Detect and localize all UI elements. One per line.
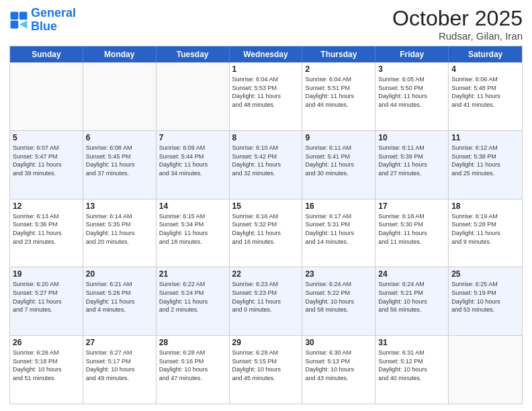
cell-info-text: Sunrise: 6:13 AM Sunset: 5:36 PM Dayligh… [13,212,80,246]
calendar-cell-4-4: 30Sunrise: 6:30 AM Sunset: 5:13 PM Dayli… [302,336,375,404]
cell-info-text: Sunrise: 6:18 AM Sunset: 5:30 PM Dayligh… [378,212,445,246]
calendar-body: 1Sunrise: 6:04 AM Sunset: 5:53 PM Daylig… [10,62,522,404]
cell-info-text: Sunrise: 6:06 AM Sunset: 5:48 PM Dayligh… [451,75,519,109]
cell-day-number: 6 [86,133,153,142]
calendar-cell-1-5: 10Sunrise: 6:11 AM Sunset: 5:39 PM Dayli… [375,131,449,199]
calendar-cell-0-4: 2Sunrise: 6:04 AM Sunset: 5:51 PM Daylig… [302,62,375,130]
header-friday: Friday [375,46,449,62]
cell-info-text: Sunrise: 6:21 AM Sunset: 5:26 PM Dayligh… [86,280,153,314]
logo-text: General Blue [31,7,76,34]
cell-info-text: Sunrise: 6:09 AM Sunset: 5:44 PM Dayligh… [159,144,226,177]
header-wednesday: Wednesday [230,46,303,62]
cell-day-number: 5 [13,133,80,142]
svg-marker-3 [19,21,28,29]
cell-day-number: 24 [378,269,445,279]
cell-day-number: 29 [232,338,300,347]
calendar-cell-3-2: 21Sunrise: 6:22 AM Sunset: 5:24 PM Dayli… [157,267,230,335]
calendar: Sunday Monday Tuesday Wednesday Thursday… [9,46,523,404]
calendar-cell-2-1: 13Sunrise: 6:14 AM Sunset: 5:35 PM Dayli… [83,199,157,267]
header: General Blue October 2025 Rudsar, Gilan,… [9,7,523,42]
cell-info-text: Sunrise: 6:04 AM Sunset: 5:53 PM Dayligh… [232,75,300,109]
cell-info-text: Sunrise: 6:24 AM Sunset: 5:22 PM Dayligh… [305,280,372,314]
svg-rect-1 [19,11,28,19]
calendar-cell-4-0: 26Sunrise: 6:26 AM Sunset: 5:18 PM Dayli… [10,336,83,404]
cell-day-number: 9 [305,133,372,142]
logo-line2: Blue [31,19,57,33]
calendar-cell-2-2: 14Sunrise: 6:15 AM Sunset: 5:34 PM Dayli… [157,199,230,267]
cell-info-text: Sunrise: 6:08 AM Sunset: 5:45 PM Dayligh… [86,144,153,177]
cell-day-number: 22 [232,269,300,279]
calendar-cell-4-6 [449,336,522,404]
logo: General Blue [9,7,76,34]
svg-rect-0 [11,11,19,19]
calendar-cell-2-5: 17Sunrise: 6:18 AM Sunset: 5:30 PM Dayli… [375,199,449,267]
cell-day-number: 31 [378,338,445,347]
cell-day-number: 3 [378,64,445,74]
header-saturday: Saturday [449,46,522,62]
cell-day-number: 17 [378,201,445,211]
calendar-cell-1-3: 8Sunrise: 6:10 AM Sunset: 5:42 PM Daylig… [230,131,303,199]
cell-day-number: 15 [232,201,300,211]
cell-info-text: Sunrise: 6:11 AM Sunset: 5:41 PM Dayligh… [305,144,372,177]
logo-line1: General [31,6,76,19]
calendar-cell-2-6: 18Sunrise: 6:19 AM Sunset: 5:28 PM Dayli… [449,199,522,267]
cell-info-text: Sunrise: 6:17 AM Sunset: 5:31 PM Dayligh… [305,212,372,246]
calendar-cell-3-5: 24Sunrise: 6:24 AM Sunset: 5:21 PM Dayli… [375,267,449,335]
cell-info-text: Sunrise: 6:20 AM Sunset: 5:27 PM Dayligh… [13,280,80,314]
calendar-cell-2-4: 16Sunrise: 6:17 AM Sunset: 5:31 PM Dayli… [302,199,375,267]
cell-day-number: 14 [159,201,226,211]
cell-day-number: 11 [451,133,519,142]
cell-info-text: Sunrise: 6:27 AM Sunset: 5:17 PM Dayligh… [86,349,153,382]
calendar-cell-0-1 [83,62,157,130]
cell-info-text: Sunrise: 6:28 AM Sunset: 5:16 PM Dayligh… [159,349,226,382]
location-title: Rudsar, Gilan, Iran [392,30,523,42]
calendar-cell-0-5: 3Sunrise: 6:05 AM Sunset: 5:50 PM Daylig… [375,62,449,130]
cell-info-text: Sunrise: 6:14 AM Sunset: 5:35 PM Dayligh… [86,212,153,246]
cell-day-number: 30 [305,338,372,347]
cell-day-number: 2 [305,64,372,74]
calendar-cell-3-3: 22Sunrise: 6:23 AM Sunset: 5:23 PM Dayli… [230,267,303,335]
cell-day-number: 21 [159,269,226,279]
cell-info-text: Sunrise: 6:24 AM Sunset: 5:21 PM Dayligh… [378,280,445,314]
cell-day-number: 18 [451,201,519,211]
calendar-cell-0-6: 4Sunrise: 6:06 AM Sunset: 5:48 PM Daylig… [449,62,522,130]
cell-info-text: Sunrise: 6:11 AM Sunset: 5:39 PM Dayligh… [378,144,445,177]
header-thursday: Thursday [302,46,375,62]
cell-info-text: Sunrise: 6:05 AM Sunset: 5:50 PM Dayligh… [378,75,445,109]
cell-info-text: Sunrise: 6:26 AM Sunset: 5:18 PM Dayligh… [13,349,80,382]
calendar-row-2: 12Sunrise: 6:13 AM Sunset: 5:36 PM Dayli… [10,199,522,267]
header-monday: Monday [83,46,157,62]
cell-info-text: Sunrise: 6:29 AM Sunset: 5:15 PM Dayligh… [232,349,300,382]
cell-day-number: 16 [305,201,372,211]
calendar-cell-4-3: 29Sunrise: 6:29 AM Sunset: 5:15 PM Dayli… [230,336,303,404]
cell-info-text: Sunrise: 6:16 AM Sunset: 5:32 PM Dayligh… [232,212,300,246]
calendar-cell-3-6: 25Sunrise: 6:25 AM Sunset: 5:19 PM Dayli… [449,267,522,335]
cell-day-number: 13 [86,201,153,211]
cell-info-text: Sunrise: 6:30 AM Sunset: 5:13 PM Dayligh… [305,349,372,382]
cell-day-number: 20 [86,269,153,279]
calendar-cell-1-6: 11Sunrise: 6:12 AM Sunset: 5:38 PM Dayli… [449,131,522,199]
cell-info-text: Sunrise: 6:25 AM Sunset: 5:19 PM Dayligh… [451,280,519,314]
calendar-row-3: 19Sunrise: 6:20 AM Sunset: 5:27 PM Dayli… [10,267,522,335]
calendar-cell-0-0 [10,62,83,130]
logo-icon [9,11,28,30]
cell-info-text: Sunrise: 6:12 AM Sunset: 5:38 PM Dayligh… [451,144,519,177]
cell-day-number: 23 [305,269,372,279]
cell-day-number: 12 [13,201,80,211]
calendar-row-0: 1Sunrise: 6:04 AM Sunset: 5:53 PM Daylig… [10,62,522,130]
cell-day-number: 25 [451,269,519,279]
calendar-row-1: 5Sunrise: 6:07 AM Sunset: 5:47 PM Daylig… [10,130,522,199]
calendar-cell-3-0: 19Sunrise: 6:20 AM Sunset: 5:27 PM Dayli… [10,267,83,335]
cell-day-number: 28 [159,338,226,347]
cell-day-number: 1 [232,64,300,74]
calendar-cell-0-3: 1Sunrise: 6:04 AM Sunset: 5:53 PM Daylig… [230,62,303,130]
cell-day-number: 27 [86,338,153,347]
header-sunday: Sunday [10,46,83,62]
calendar-cell-4-2: 28Sunrise: 6:28 AM Sunset: 5:16 PM Dayli… [157,336,230,404]
calendar-cell-4-1: 27Sunrise: 6:27 AM Sunset: 5:17 PM Dayli… [83,336,157,404]
cell-info-text: Sunrise: 6:04 AM Sunset: 5:51 PM Dayligh… [305,75,372,109]
cell-day-number: 8 [232,133,300,142]
calendar-cell-4-5: 31Sunrise: 6:31 AM Sunset: 5:12 PM Dayli… [375,336,449,404]
calendar-cell-0-2 [157,62,230,130]
calendar-cell-1-0: 5Sunrise: 6:07 AM Sunset: 5:47 PM Daylig… [10,131,83,199]
